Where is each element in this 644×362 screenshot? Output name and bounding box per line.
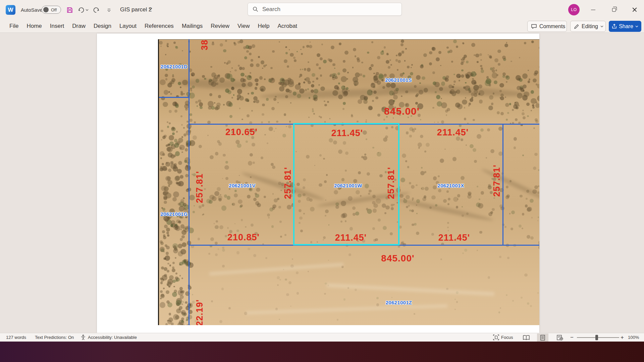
windows-taskbar: 52°F Mostly sunny Search [0,342,644,362]
zoom-level[interactable]: 100% [628,335,639,340]
ribbon-tab-view[interactable]: View [233,23,254,29]
map-texture-blob [477,250,478,251]
map-texture-blob [402,72,405,74]
print-layout-button[interactable] [537,334,548,342]
document-canvas[interactable]: 20621001D20621001S20621001G20621001V2062… [0,33,644,333]
map-texture-blob [321,44,323,45]
map-texture-blob [194,121,196,123]
parcel-line-vertical-left [189,40,190,325]
map-texture-blob [269,78,275,83]
save-icon[interactable] [65,6,74,14]
map-texture-blob [182,242,186,247]
map-texture-blob [170,154,175,159]
close-button[interactable] [627,4,642,15]
map-texture-blob [185,148,188,151]
document-title[interactable]: GIS parcel 2 [120,6,152,13]
title-bar: W AutoSave Off GIS parcel 2 Search LO [0,0,644,20]
map-texture-blob [319,116,320,117]
zoom-slider-handle[interactable] [595,335,598,340]
minimize-button[interactable] [585,4,601,15]
text-predictions-status[interactable]: Text Predictions: On [35,335,74,340]
map-texture-blob [217,187,221,191]
restore-button[interactable] [606,4,622,15]
map-texture-blob [271,163,274,166]
avatar[interactable]: LO [568,4,580,15]
map-texture-blob [316,77,319,80]
web-layout-button[interactable] [554,334,566,342]
map-texture-blob [391,297,392,298]
zoom-slider-track[interactable] [577,337,619,338]
accessibility-status[interactable]: Accessibility: Unavailable [88,335,137,340]
editing-mode-button[interactable]: Editing [570,21,606,32]
map-texture-blob [311,84,314,87]
map-texture-blob [173,42,176,44]
map-texture-blob [175,273,177,275]
map-texture-blob [334,68,335,69]
map-texture-blob [256,100,259,103]
map-texture-blob [390,64,392,66]
autosave-toggle[interactable]: Off [42,6,61,14]
ribbon-tab-references[interactable]: References [141,23,178,29]
map-texture-blob [318,84,320,86]
quick-access-overflow-icon[interactable] [105,6,113,14]
document-title-chevron-icon[interactable] [149,8,152,10]
word-app-icon[interactable]: W [6,5,15,15]
ribbon-tab-acrobat[interactable]: Acrobat [274,23,302,29]
ribbon-tab-insert[interactable]: Insert [46,23,68,29]
map-texture-blob [185,108,188,111]
zoom-out-button[interactable]: − [570,334,574,341]
comments-button[interactable]: Comments [527,21,567,32]
map-texture-blob [438,175,440,177]
map-texture-blob [182,50,183,52]
ribbon-tab-design[interactable]: Design [90,23,115,29]
map-texture-blob [190,113,192,116]
word-count[interactable]: 127 words [6,335,26,340]
undo-dropdown-chevron-icon[interactable] [85,6,89,14]
zoom-in-button[interactable]: + [621,334,624,341]
ribbon-tab-layout[interactable]: Layout [115,23,141,29]
map-texture-blob [191,90,192,92]
map-texture-blob [465,97,466,99]
map-texture-blob [479,100,483,104]
map-texture-blob [169,110,172,113]
search-input[interactable]: Search [248,3,402,16]
map-texture-blob [181,124,183,126]
map-texture-blob [178,221,181,223]
map-texture-blob [239,205,242,208]
map-texture-blob [507,257,509,259]
focus-button[interactable]: Focus [501,335,513,340]
read-mode-button[interactable] [521,334,532,342]
ribbon-tab-mailings[interactable]: Mailings [178,23,207,29]
map-texture-blob [193,135,197,139]
share-button[interactable]: Share [609,21,641,32]
map-texture-blob [279,319,280,320]
map-texture-blob [164,201,167,204]
redo-icon[interactable] [92,6,101,14]
map-texture-blob [409,182,411,184]
map-texture-blob [441,120,444,124]
map-texture-blob [166,246,170,249]
map-texture-blob [236,230,239,232]
ribbon-tab-help[interactable]: Help [254,23,274,29]
map-texture-blob [289,121,291,123]
map-texture-blob [208,101,214,107]
map-texture-blob [376,303,379,306]
map-texture-blob [453,80,456,83]
map-texture-blob [181,136,183,138]
map-texture-blob [241,219,243,221]
map-texture-blob [363,75,365,77]
ribbon-tab-home[interactable]: Home [22,23,46,29]
map-texture-blob [347,72,349,73]
map-texture-blob [532,106,535,109]
ribbon-tab-draw[interactable]: Draw [68,23,90,29]
ribbon-tab-file[interactable]: File [5,23,22,29]
map-texture-blob [210,66,212,68]
map-texture-blob [219,320,222,323]
map-texture-blob [185,165,191,171]
map-texture-blob [258,56,260,58]
map-texture-blob [539,47,539,49]
autosave-label: AutoSave [21,7,43,13]
map-texture-blob [324,104,327,106]
map-texture-blob [368,106,373,110]
ribbon-tab-review[interactable]: Review [207,23,233,29]
